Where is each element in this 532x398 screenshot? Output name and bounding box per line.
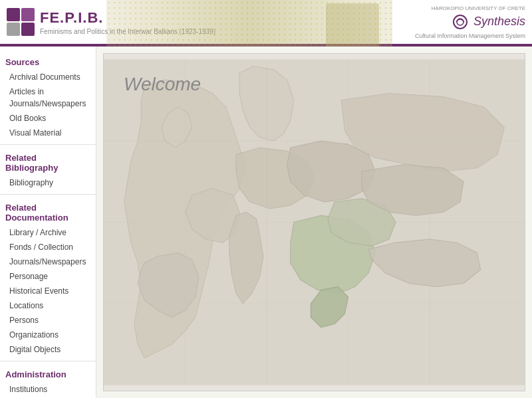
logo-icon [7, 8, 35, 36]
welcome-heading: Welcome [124, 74, 201, 95]
sidebar-item-historical-events[interactable]: Historical Events [0, 284, 96, 298]
sidebar-item-visual-material[interactable]: Visual Material [0, 126, 96, 140]
sidebar-item-institutions[interactable]: Institutions [0, 382, 96, 397]
sidebar-item-personage[interactable]: Personage [0, 269, 96, 284]
related-bib-section-title: Related Bibliography [0, 149, 96, 175]
related-doc-section-title: Related Documentation [0, 199, 96, 225]
sidebar-item-journals-newspapers[interactable]: Journals/Newspapers [0, 254, 96, 269]
sidebar-item-library-archive[interactable]: Library / Archive [0, 225, 96, 240]
main-layout: Sources Archival Documents Articles inJo… [0, 47, 532, 398]
sidebar: Sources Archival Documents Articles inJo… [0, 47, 96, 398]
sidebar-item-articles-journals[interactable]: Articles inJournals/Newspapers [0, 84, 96, 111]
header-banner [106, 0, 392, 47]
sidebar-item-locations[interactable]: Locations [0, 298, 96, 313]
europe-map [104, 54, 525, 391]
sources-section-title: Sources [0, 53, 96, 70]
sidebar-item-digital-objects[interactable]: Digital Objects [0, 342, 96, 357]
sidebar-item-fonds-collection[interactable]: Fonds / Collection [0, 240, 96, 254]
header: FE.P.I.B. Feminisms and Politics in the … [0, 0, 532, 47]
main-content: Welcome [96, 47, 532, 398]
svg-point-0 [454, 15, 467, 29]
synthesis-logo: Synthesis [451, 13, 525, 31]
divider-2 [0, 194, 96, 195]
synthesis-icon [451, 13, 469, 31]
synthesis-subtext: Cultural Information Management System [415, 33, 525, 39]
sidebar-item-archival-documents[interactable]: Archival Documents [0, 70, 96, 84]
synthesis-text: Synthesis [473, 15, 525, 29]
administration-section-title: Administration [0, 365, 96, 382]
header-right: HAROKOPIO UNIVERSITY OF CRETE Synthesis … [415, 5, 525, 39]
map-container: Welcome [103, 53, 525, 391]
university-label: HAROKOPIO UNIVERSITY OF CRETE [432, 5, 525, 11]
sidebar-item-persons[interactable]: Persons [0, 313, 96, 328]
sidebar-item-organizations[interactable]: Organizations [0, 328, 96, 342]
divider-3 [0, 361, 96, 361]
sidebar-item-old-books[interactable]: Old Books [0, 111, 96, 126]
divider-1 [0, 144, 96, 145]
sidebar-item-bibliography[interactable]: Bibliography [0, 175, 96, 190]
